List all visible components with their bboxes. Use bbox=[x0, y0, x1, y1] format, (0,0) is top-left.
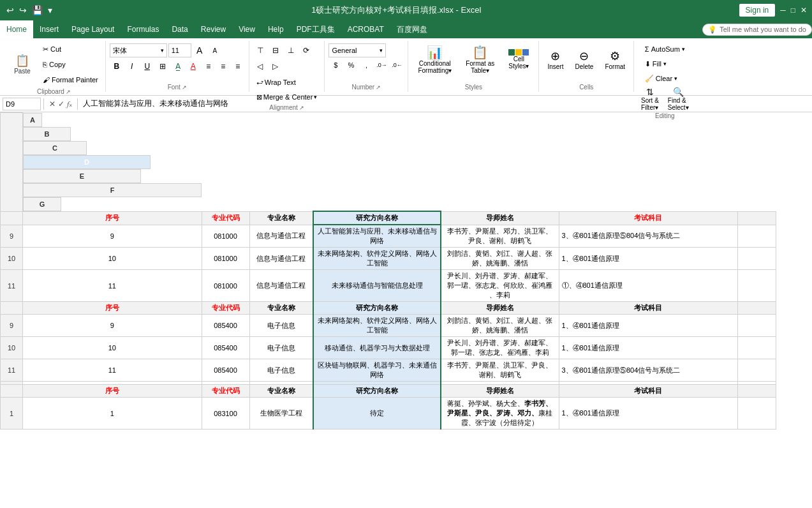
cell-f[interactable]: 考试科目 bbox=[559, 385, 737, 398]
cell-c[interactable]: 信息与通信工程 bbox=[249, 225, 313, 248]
cell-a[interactable]: 序号 bbox=[23, 385, 202, 398]
clear-arrow[interactable]: ▾ bbox=[674, 75, 677, 82]
cell-e[interactable]: 刘韵洁、黄韬、刘江、谢人超、张 娇、姚海鹏、潘恬 bbox=[441, 315, 559, 337]
cell-c[interactable]: 电子信息 bbox=[249, 359, 313, 382]
format-painter-button[interactable]: 🖌 Format Painter bbox=[40, 73, 101, 87]
cell-g[interactable] bbox=[737, 359, 776, 382]
menu-home[interactable]: Home bbox=[0, 20, 33, 38]
font-color-button[interactable]: A bbox=[186, 59, 200, 73]
align-left-btn[interactable]: ≡ bbox=[202, 59, 216, 73]
cell-g[interactable] bbox=[737, 302, 776, 315]
cell-c[interactable]: 专业名称 bbox=[249, 211, 313, 225]
cell-d[interactable]: 未来网络架构、软件定义网络、网络人 工智能 bbox=[313, 248, 441, 270]
cell-c[interactable]: 专业名称 bbox=[249, 385, 313, 398]
cell-e[interactable]: 蒋挺、孙学斌、杨大全、李书芳、 尹斯星、尹良、罗涛、邓力、康桂 霞、张宁波（分组… bbox=[441, 398, 559, 430]
cell-reference-box[interactable]: D9 bbox=[3, 98, 41, 110]
format-button[interactable]: ⚙ Format bbox=[600, 42, 630, 77]
cell-e[interactable]: 李书芳、尹斯星、洪卫军、尹良、 谢刚、胡鹤飞 bbox=[441, 359, 559, 382]
cell-a[interactable]: 11 bbox=[23, 270, 202, 302]
top-align-btn[interactable]: ⊤ bbox=[253, 43, 267, 57]
italic-button[interactable]: I bbox=[125, 59, 139, 73]
cell-e[interactable]: 导师姓名 bbox=[441, 302, 559, 315]
cell-e[interactable]: 尹长川、刘丹谱、罗涛、郝建军、 郭一珺、张志龙、何欣欣、崔鸿雁 、李莉 bbox=[441, 270, 559, 302]
cell-styles-button[interactable]: CellStyles▾ bbox=[503, 42, 535, 77]
fill-color-button[interactable]: A̲ bbox=[171, 59, 185, 73]
col-header-b[interactable]: B bbox=[23, 127, 71, 141]
menu-help[interactable]: Help bbox=[262, 20, 290, 38]
font-expand-icon[interactable]: ↗ bbox=[182, 84, 187, 91]
cell-d[interactable]: 未来移动通信与智能信息处理 bbox=[313, 270, 441, 302]
tell-me-box[interactable]: 💡 Tell me what you want to do bbox=[702, 24, 812, 36]
cell-c[interactable]: 电子信息 bbox=[249, 315, 313, 337]
cell-b[interactable]: 专业代码 bbox=[202, 385, 249, 398]
cell-d[interactable]: 待定 bbox=[313, 398, 441, 430]
cell-e[interactable]: 导师姓名 bbox=[441, 385, 559, 398]
menu-baidu[interactable]: 百度网盘 bbox=[390, 20, 434, 38]
menu-view[interactable]: View bbox=[232, 20, 262, 38]
cell-c[interactable]: 生物医学工程 bbox=[249, 398, 313, 430]
col-header-a[interactable]: A bbox=[23, 113, 42, 127]
cell-a[interactable]: 1 bbox=[23, 398, 202, 430]
cell-g[interactable] bbox=[737, 225, 776, 248]
copy-button[interactable]: ⎘ Copy bbox=[40, 57, 101, 71]
cell-b[interactable]: 专业代码 bbox=[202, 211, 249, 225]
delete-button[interactable]: ⊖ Delete bbox=[570, 42, 598, 77]
autosum-arrow[interactable]: ▾ bbox=[682, 46, 685, 52]
cell-d[interactable]: 区块链与物联网、机器学习、未来通信 网络 bbox=[313, 359, 441, 382]
middle-align-btn[interactable]: ⊟ bbox=[269, 43, 283, 57]
cell-a[interactable]: 10 bbox=[23, 337, 202, 359]
cell-b[interactable]: 专业代码 bbox=[202, 302, 249, 315]
cancel-formula-icon[interactable]: ✕ bbox=[49, 100, 55, 108]
wrap-text-button[interactable]: ⮐ Wrap Text bbox=[253, 75, 321, 89]
restore-icon[interactable]: □ bbox=[791, 6, 795, 15]
menu-review[interactable]: Review bbox=[195, 20, 232, 38]
cell-b[interactable]: 081000 bbox=[202, 225, 249, 248]
text-orient-btn[interactable]: ⟳ bbox=[299, 43, 313, 57]
cell-b[interactable]: 085400 bbox=[202, 315, 249, 337]
cell-f[interactable]: 1、④801通信原理 bbox=[559, 248, 737, 270]
menu-page-layout[interactable]: Page Layout bbox=[65, 20, 121, 38]
cell-a[interactable]: 序号 bbox=[23, 302, 202, 315]
col-header-d[interactable]: D bbox=[23, 155, 151, 169]
col-header-c[interactable]: C bbox=[23, 141, 87, 155]
font-name-arrow[interactable]: ▾ bbox=[161, 47, 164, 54]
format-as-table-button[interactable]: 📋 Format asTable▾ bbox=[460, 42, 500, 77]
cell-f[interactable]: 3、④801通信原理⑤804信号与系统二 bbox=[559, 359, 737, 382]
cell-g[interactable] bbox=[737, 270, 776, 302]
decrease-font-btn[interactable]: A bbox=[208, 43, 222, 57]
underline-button[interactable]: U bbox=[140, 59, 154, 73]
cell-a[interactable]: 序号 bbox=[23, 211, 202, 225]
cell-d[interactable]: 研究方向名称 bbox=[313, 302, 441, 315]
number-format-box[interactable]: General ▾ bbox=[328, 43, 386, 57]
cell-g[interactable] bbox=[737, 398, 776, 430]
redo-icon[interactable]: ↪ bbox=[18, 5, 28, 15]
cell-f[interactable]: ①、④801通信原理 bbox=[559, 270, 737, 302]
cell-g[interactable] bbox=[737, 315, 776, 337]
formula-input[interactable]: 人工智能算法与应用、未来移动通信与网络 bbox=[80, 98, 809, 109]
fill-button[interactable]: ⬇ Fill ▾ bbox=[642, 57, 688, 71]
cell-d[interactable]: 移动通信、机器学习与大数据处理 bbox=[313, 337, 441, 359]
number-format-arrow[interactable]: ▾ bbox=[380, 47, 383, 54]
cell-d[interactable]: 人工智能算法与应用、未来移动通信与 网络 bbox=[313, 225, 441, 248]
currency-btn[interactable]: $ bbox=[328, 58, 343, 72]
font-size-box[interactable]: 11 bbox=[168, 43, 191, 57]
cell-f[interactable]: 1、④801通信原理 bbox=[559, 398, 737, 430]
cell-c[interactable]: 信息与通信工程 bbox=[249, 270, 313, 302]
autosum-button[interactable]: Σ AutoSum ▾ bbox=[642, 42, 688, 56]
font-name-box[interactable]: 宋体 ▾ bbox=[110, 43, 167, 57]
cell-g[interactable] bbox=[737, 385, 776, 398]
increase-font-btn[interactable]: A bbox=[193, 43, 207, 57]
cell-g[interactable] bbox=[737, 337, 776, 359]
comma-btn[interactable]: , bbox=[359, 58, 373, 72]
cell-f[interactable]: 1、④801通信原理 bbox=[559, 337, 737, 359]
decrease-decimal-btn[interactable]: .0← bbox=[390, 58, 404, 72]
cell-a[interactable]: 11 bbox=[23, 359, 202, 382]
cell-f[interactable]: 1、④801通信原理 bbox=[559, 315, 737, 337]
align-center-btn[interactable]: ≡ bbox=[216, 59, 230, 73]
cell-f[interactable]: 考试科目 bbox=[559, 211, 737, 225]
close-icon[interactable]: ✕ bbox=[801, 6, 807, 15]
cell-e[interactable]: 尹长川、刘丹谱、罗涛、郝建军、 郭一珺、张志龙、崔鸿雁、李莉 bbox=[441, 337, 559, 359]
cell-a[interactable]: 9 bbox=[23, 225, 202, 248]
paste-button[interactable]: 📋 Paste bbox=[6, 47, 38, 82]
clear-button[interactable]: 🧹 Clear ▾ bbox=[642, 71, 688, 86]
